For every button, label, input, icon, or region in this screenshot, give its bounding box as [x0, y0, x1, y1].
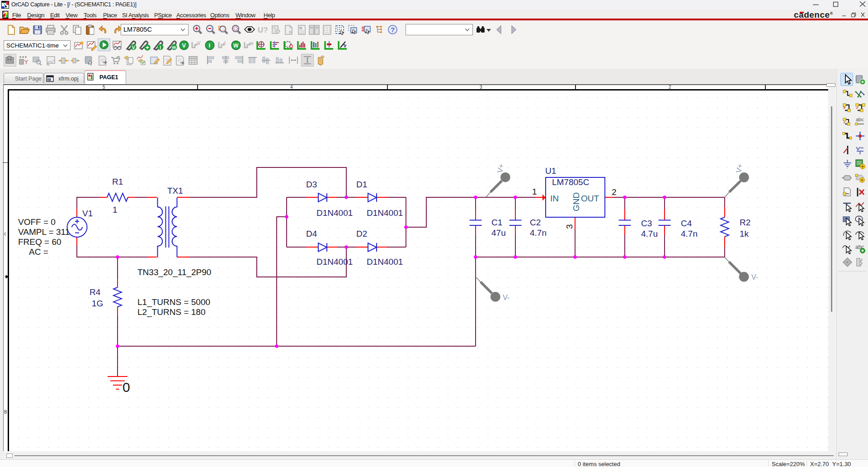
svg-text:V1: V1 — [82, 209, 93, 218]
svg-text:V: V — [182, 42, 186, 49]
svg-text:D1N4001: D1N4001 — [367, 257, 403, 267]
svg-text:V: V — [132, 45, 135, 50]
svg-text:4.7n: 4.7n — [681, 229, 698, 238]
svg-text:U1: U1 — [545, 166, 556, 176]
svg-text:R2: R2 — [740, 218, 750, 227]
svg-text:W: W — [250, 41, 254, 46]
svg-text:U?: U? — [258, 26, 268, 34]
svg-text:1: 1 — [113, 205, 118, 214]
svg-text:3: 3 — [565, 224, 574, 229]
svg-text:1k: 1k — [740, 229, 749, 238]
svg-text:TX1: TX1 — [167, 186, 183, 195]
svg-text:VAMPL = 311: VAMPL = 311 — [18, 227, 70, 237]
svg-text:W: W — [233, 43, 239, 49]
svg-text:C1: C1 — [491, 218, 502, 227]
svg-text:4.7u: 4.7u — [641, 229, 658, 238]
svg-text:2: 2 — [612, 187, 617, 197]
svg-text:OUT: OUT — [581, 194, 599, 203]
svg-text:**: ** — [860, 146, 864, 151]
svg-text:I: I — [160, 45, 161, 50]
svg-text:N: N — [299, 26, 302, 30]
svg-text:AC =: AC = — [29, 247, 48, 257]
svg-text:1: 1 — [532, 187, 537, 196]
svg-text:47u: 47u — [491, 228, 506, 238]
svg-text:LM7805C: LM7805C — [552, 177, 589, 187]
svg-text:TN33_20_11_2P90: TN33_20_11_2P90 — [137, 267, 211, 277]
svg-text:D1N4001: D1N4001 — [316, 208, 353, 218]
svg-text:C3: C3 — [641, 219, 652, 228]
svg-text:4.7n: 4.7n — [530, 228, 547, 238]
svg-text:V-: V- — [503, 294, 509, 301]
svg-text:R4: R4 — [90, 287, 101, 297]
svg-text:I: I — [224, 41, 226, 46]
svg-text:V+: V+ — [735, 163, 744, 174]
svg-text:I: I — [209, 42, 211, 49]
svg-text:1G: 1G — [92, 299, 103, 308]
svg-text:W: W — [172, 45, 176, 50]
svg-text:V-: V- — [751, 273, 758, 281]
svg-text:FREQ = 60: FREQ = 60 — [18, 237, 61, 247]
svg-text:C2: C2 — [530, 218, 541, 227]
svg-text:L2_TURNS = 180: L2_TURNS = 180 — [137, 307, 206, 317]
svg-text:C4: C4 — [681, 219, 692, 228]
svg-text:VOFF = 0: VOFF = 0 — [18, 217, 56, 227]
svg-text:R1: R1 — [112, 177, 123, 186]
svg-text:D3: D3 — [306, 180, 317, 189]
svg-text:V+: V+ — [496, 163, 505, 174]
svg-text:D1N4001: D1N4001 — [316, 257, 353, 267]
svg-text:0: 0 — [123, 380, 130, 395]
svg-text:V: V — [198, 41, 201, 46]
svg-text:abc: abc — [856, 117, 864, 122]
svg-text:IN: IN — [550, 194, 559, 203]
svg-text:D1: D1 — [356, 180, 367, 189]
svg-text:GND: GND — [571, 192, 581, 211]
svg-text:?: ? — [391, 26, 395, 33]
svg-text:D2: D2 — [356, 229, 367, 238]
svg-text:D1N4001: D1N4001 — [367, 208, 403, 218]
svg-text:L1_TURNS = 5000: L1_TURNS = 5000 — [137, 297, 210, 307]
svg-text:D4: D4 — [306, 229, 317, 238]
